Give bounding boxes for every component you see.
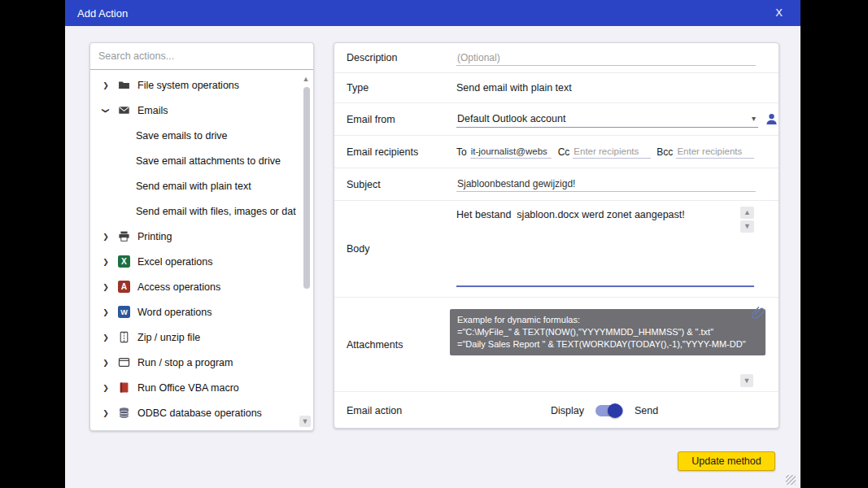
subject-row: Subject [334,168,779,201]
tree-item-run-office-vba-macro[interactable]: ❯ Run Office VBA macro [90,375,302,400]
tree-item-word-operations[interactable]: ❯ W Word operations [90,299,302,325]
chevron-right-icon[interactable]: ❯ [100,258,111,266]
email-action-toggle[interactable] [595,405,623,416]
program-window-icon [118,356,130,368]
toggle-knob[interactable] [608,403,622,418]
tree-item-label: Send email with files, images or dat [136,206,296,217]
tree-item-excel-operations[interactable]: ❯ X Excel operations [90,249,302,274]
tree-item-label: Save emails to drive [136,130,228,142]
tree-item-label: Access operations [137,281,220,293]
email-from-value: Default Outlook account [457,113,752,124]
actions-tree: ❯ File system operations ❯ Emails Save e… [90,72,302,425]
cc-input[interactable] [573,145,651,159]
body-scroll-buttons: ▲ ▼ [740,207,754,234]
actions-panel: ❯ File system operations ❯ Emails Save e… [89,42,314,431]
search-input[interactable] [98,50,299,62]
tree-item-send-email-plain-text[interactable]: Send email with plain text [90,173,302,198]
description-row: Description [334,43,779,73]
tree-item-label: ODBC database operations [137,407,262,419]
update-method-button[interactable]: Update method [678,451,775,471]
type-value: Send email with plain text [456,82,572,94]
zip-file-icon [118,331,130,343]
folder-icon [118,79,130,91]
attachments-tooltip: Example for dynamic formulas: ="C:\MyFil… [450,309,765,355]
chevron-right-icon[interactable]: ❯ [100,333,111,342]
scrollbar-thumb[interactable] [303,87,310,289]
email-action-row: Email action Display Send [334,392,779,429]
tooltip-line: ="C:\MyFile_" & TEXT(NOW(),"YYYYMMDD_HHM… [457,326,758,338]
description-label: Description [334,52,456,63]
chevron-right-icon[interactable]: ❯ [100,233,111,241]
tree-item-label: Emails [137,105,168,116]
tree-item-save-emails-to-drive[interactable]: Save emails to drive [90,123,302,148]
chevron-right-icon[interactable]: ❯ [100,359,111,367]
bcc-label: Bcc [656,146,673,158]
subject-label: Subject [334,179,456,190]
scrollbar-up-arrow-icon[interactable]: ▲ [301,74,311,84]
cc-label: Cc [558,146,570,158]
tree-item-access-operations[interactable]: ❯ A Access operations [90,274,302,299]
attachments-row: Attachments Example for dynamic formulas… [334,298,779,392]
tree-item-file-system-operations[interactable]: ❯ File system operations [90,72,302,98]
email-from-dropdown[interactable]: Default Outlook account ▾ [456,111,758,128]
description-input[interactable] [456,50,756,66]
account-person-icon[interactable] [765,112,779,126]
tree-item-printing[interactable]: ❯ Printing [90,224,302,249]
chevron-down-icon[interactable]: ▾ [752,114,756,123]
email-from-row: Email from Default Outlook account ▾ [334,103,779,136]
svg-text:A: A [121,282,128,291]
close-button[interactable]: X [775,7,783,19]
scroll-down-icon[interactable]: ▼ [740,220,754,233]
body-row: Body Het bestand sjabloon.docx werd zone… [334,201,779,298]
email-recipients-row: Email recipients To Cc Bcc [334,136,779,168]
attachments-scroll-down-icon[interactable]: ▼ [740,374,753,387]
chevron-right-icon[interactable]: ❯ [100,283,111,291]
tree-item-odbc-database[interactable]: ❯ ODBC database operations [90,400,302,425]
subject-input[interactable] [456,176,756,192]
tree-item-save-email-attachments[interactable]: Save email attachments to drive [90,148,302,173]
email-action-label: Email action [334,405,456,416]
dialog-titlebar: Add Action X [65,0,800,26]
add-action-dialog: Add Action X ❯ File system operations ❯ [65,0,800,488]
to-input[interactable] [470,145,552,159]
attachments-label: Attachments [334,339,456,351]
tree-item-label: Zip / unzip file [137,332,200,343]
tree-item-label: Run Office VBA macro [137,382,239,394]
attachment-paperclip-icon[interactable] [751,306,767,319]
svg-text:X: X [121,257,127,266]
tree-item-label: File system operations [137,80,239,91]
resize-grip[interactable] [786,475,796,485]
type-row: Type Send email with plain text [334,73,779,103]
send-option-label: Send [635,405,658,416]
vba-book-icon [118,381,130,394]
bcc-input[interactable] [676,145,754,159]
tree-item-label: Word operations [137,307,212,318]
body-label: Body [334,243,456,255]
body-underline [456,285,754,287]
excel-icon: X [118,255,130,268]
scroll-up-icon[interactable]: ▲ [740,207,754,219]
tree-item-zip-unzip[interactable]: ❯ Zip / unzip file [90,325,302,350]
scrollbar-down-arrow-icon[interactable]: ▼ [299,416,311,427]
email-action-controls: Display Send [551,392,658,429]
chevron-right-icon[interactable]: ❯ [100,308,111,316]
search-container [90,43,313,70]
tree-item-label: Excel operations [137,256,212,268]
envelope-icon [118,104,130,116]
tree-item-send-email-with-files[interactable]: Send email with files, images or dat [90,198,302,224]
body-textarea[interactable]: Het bestand sjabloon.docx werd zonet aan… [456,209,739,220]
screen: Add Action X ❯ File system operations ❯ [0,0,868,488]
tree-item-emails[interactable]: ❯ Emails [90,98,302,123]
email-from-label: Email from [334,114,456,125]
chevron-down-icon[interactable]: ❯ [102,105,110,116]
tree-item-label: Printing [137,231,172,242]
type-label: Type [334,82,456,94]
word-icon: W [118,306,130,318]
chevron-right-icon[interactable]: ❯ [100,81,111,89]
chevron-right-icon[interactable]: ❯ [100,409,111,417]
database-icon [118,407,130,419]
chevron-right-icon[interactable]: ❯ [100,384,111,392]
tree-item-run-stop-program[interactable]: ❯ Run / stop a program [90,350,302,375]
tree-item-label: Send email with plain text [136,181,251,192]
recipients-fields: To Cc Bcc [456,145,754,159]
